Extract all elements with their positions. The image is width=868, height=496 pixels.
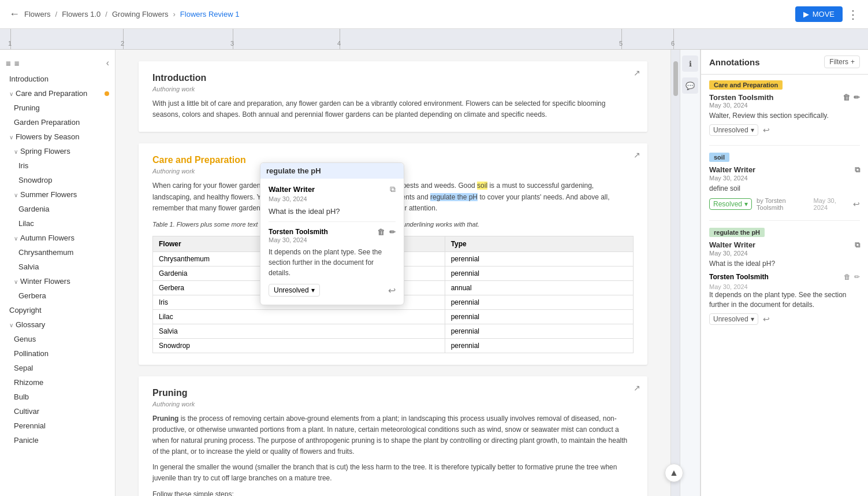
sidebar-item-snowdrop[interactable]: Snowdrop [0, 173, 115, 187]
ruler-mark-4: 4 [337, 40, 341, 47]
introduction-external-link[interactable]: ↗ [634, 68, 640, 77]
scrollbar-thumb[interactable] [673, 61, 678, 96]
breadcrumb-flowers10[interactable]: Flowers 1.0 [62, 10, 100, 18]
pruning-steps-intro: Follow these simple steps: [152, 489, 634, 496]
sidebar-header: ≡ ≡ ‹ [0, 54, 115, 72]
tooltip-edit-icon[interactable]: ✏ [389, 228, 396, 236]
annot-reply-btn-1[interactable]: ↩ [763, 125, 770, 135]
tooltip-question: What is the ideal pH? [269, 207, 396, 216]
annot-actions-3: Unresolved ▾ ↩ [709, 313, 860, 325]
scrollbar-gutter[interactable] [670, 50, 680, 496]
annot-tag-1: Care and Preparation [709, 80, 783, 90]
tooltip-reply-button[interactable]: ↩ [388, 285, 396, 296]
sidebar-item-panicle[interactable]: Panicle [0, 433, 115, 447]
tooltip-popup: regulate the pH Walter Writer ⧉ May 30, … [260, 162, 404, 305]
tooltip-status-label: Unresolved [274, 286, 309, 294]
list-icon[interactable]: ≡ [6, 58, 11, 68]
care-external-link[interactable]: ↗ [634, 150, 640, 160]
annot-author-1: Torsten Toolsmith 🗑 ✏ [709, 93, 860, 102]
sidebar-item-pruning[interactable]: Pruning [0, 101, 115, 115]
tooltip-copy-icon[interactable]: ⧉ [390, 184, 396, 194]
tooltip-user-row: Walter Writer ⧉ [269, 184, 396, 194]
sidebar-item-introduction[interactable]: Introduction [0, 72, 115, 86]
soil-highlight: soil [477, 182, 487, 190]
ruler-mark-2: 2 [121, 40, 124, 47]
move-label: MOVE [813, 10, 835, 18]
annotation-info-icon[interactable]: ℹ [682, 55, 698, 72]
ph-highlight[interactable]: regulate the pH [430, 193, 478, 201]
sidebar-item-iris[interactable]: Iris [0, 158, 115, 173]
content-area: ↗ Introduction Authoring work With just … [116, 50, 868, 496]
filters-button[interactable]: Filters + [824, 55, 860, 68]
tooltip-delete-icon[interactable]: 🗑 [377, 228, 385, 236]
sidebar-item-salvia[interactable]: Salvia [0, 260, 115, 274]
more-button[interactable]: ⋮ [847, 8, 859, 21]
annot-reply-btn-3[interactable]: ↩ [763, 314, 770, 324]
annotation-card-2: soil Walter Writer ⧉ May 30, 2024 define… [709, 153, 860, 211]
sidebar-item-garden-preparation[interactable]: Garden Preparation [0, 115, 115, 129]
breadcrumb-growing[interactable]: Growing Flowers [112, 10, 169, 18]
introduction-title: Introduction [152, 73, 634, 83]
scroll-to-top-button[interactable]: ▲ [665, 464, 683, 482]
annot-reply-delete-icon-3[interactable]: 🗑 [844, 273, 851, 281]
table-row: Salviaperennial [153, 324, 634, 338]
annotation-chat-icon[interactable]: 💬 [682, 77, 698, 94]
sidebar-item-perennial[interactable]: Perennial [0, 419, 115, 433]
introduction-subtitle: Authoring work [152, 86, 634, 92]
sidebar-item-lilac[interactable]: Lilac [0, 216, 115, 231]
tooltip-status[interactable]: Unresolved ▾ [269, 284, 320, 297]
sidebar-item-summer-flowers[interactable]: ∨Summer Flowers [0, 187, 115, 202]
annot-reply-btn-2[interactable]: ↩ [853, 199, 860, 209]
right-panel: Annotations Filters + Care and Preparati… [701, 50, 868, 496]
annot-copy-icon-3[interactable]: ⧉ [855, 240, 860, 250]
sidebar-item-flowers-by-season[interactable]: ∨Flowers by Season [0, 129, 115, 144]
annotations-title: Annotations [709, 57, 760, 67]
tooltip-chevron-icon: ▾ [311, 286, 315, 294]
header-right: ▶ MOVE ⋮ [795, 6, 859, 22]
ruler-mark-5: 5 [619, 40, 623, 47]
annot-edit-icon-1[interactable]: ✏ [854, 93, 860, 102]
pruning-external-link[interactable]: ↗ [634, 383, 640, 393]
sidebar-item-gardenia[interactable]: Gardenia [0, 202, 115, 216]
pruning-subtitle: Authoring work [152, 401, 634, 408]
back-button[interactable]: ← [9, 8, 20, 20]
sidebar-item-genus[interactable]: Genus [0, 332, 115, 346]
move-button[interactable]: ▶ MOVE [795, 6, 843, 22]
annot-status-3[interactable]: Unresolved ▾ [709, 313, 758, 325]
breadcrumb-chevron: › [173, 10, 176, 18]
annot-reply-edit-icon-3[interactable]: ✏ [854, 273, 860, 281]
sidebar-item-care[interactable]: ∨Care and Preparation [0, 86, 115, 101]
annot-tag-3: regulate the pH [709, 228, 765, 237]
right-panel-header: Annotations Filters + [701, 50, 868, 75]
sidebar-item-bulb[interactable]: Bulb [0, 390, 115, 404]
sidebar-item-spring-flowers[interactable]: ∨Spring Flowers [0, 144, 115, 158]
sidebar-toggle[interactable]: ‹ [106, 58, 109, 68]
tooltip-reply-text: It depends on the plant type. See the se… [269, 247, 396, 278]
pruning-title: Pruning [152, 388, 634, 398]
annot-status-2[interactable]: Resolved ▾ [709, 198, 752, 210]
sidebar-item-sepal[interactable]: Sepal [0, 361, 115, 375]
annot-delete-icon-1[interactable]: 🗑 [843, 93, 850, 102]
tooltip-reply-section: Torsten Toolsmith 🗑 ✏ May 30, 2024 It de… [269, 221, 396, 278]
sidebar-item-chrysanthemum[interactable]: Chrysanthemum [0, 245, 115, 260]
sidebar-item-rhizome[interactable]: Rhizome [0, 375, 115, 390]
annot-date-2: May 30, 2024 [709, 175, 860, 182]
annot-status-1[interactable]: Unresolved ▾ [709, 124, 758, 136]
filters-plus: + [851, 58, 855, 66]
sidebar-item-gerbera[interactable]: Gerbera [0, 288, 115, 303]
annot-text-3: What is the ideal pH? [709, 259, 860, 269]
annot-status-label-1: Unresolved [713, 126, 748, 134]
pruning-text1: Pruning is the process of removing certa… [152, 413, 634, 458]
indent-icon[interactable]: ≡ [14, 58, 20, 68]
sidebar-item-cultivar[interactable]: Cultivar [0, 404, 115, 419]
annot-status-chevron-2: ▾ [744, 200, 748, 208]
sidebar-item-autumn-flowers[interactable]: ∨Autumn Flowers [0, 231, 115, 245]
ruler-mark-1: 1 [8, 40, 12, 47]
sidebar-item-winter-flowers[interactable]: ∨Winter Flowers [0, 274, 115, 288]
sidebar-item-copyright[interactable]: Copyright [0, 303, 115, 317]
breadcrumb-flowers[interactable]: Flowers [24, 10, 51, 18]
sidebar-item-glossary[interactable]: ∨Glossary [0, 317, 115, 332]
sidebar-item-pollination[interactable]: Pollination [0, 346, 115, 361]
tooltip-reply-date: May 30, 2024 [269, 236, 396, 243]
annot-copy-icon-2[interactable]: ⧉ [855, 165, 860, 175]
